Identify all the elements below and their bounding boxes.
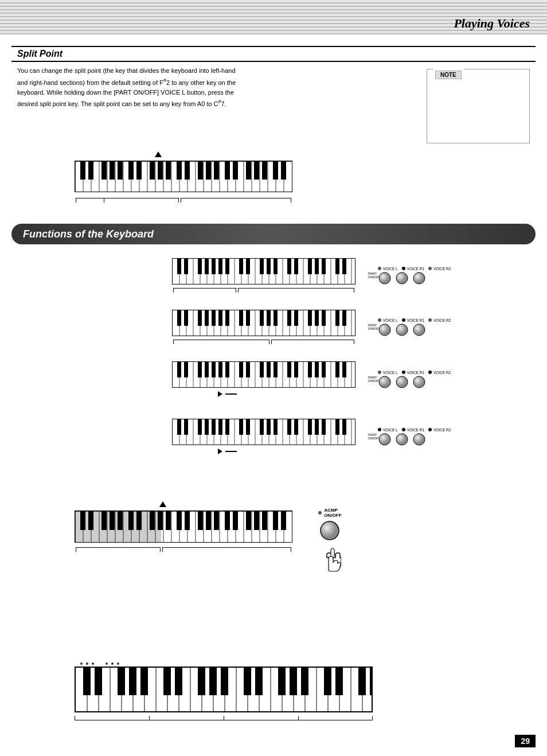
svg-point-199 <box>378 371 381 374</box>
svg-rect-243 <box>274 419 278 435</box>
svg-point-202 <box>379 376 390 388</box>
svg-rect-33 <box>136 161 142 180</box>
svg-rect-241 <box>260 419 264 435</box>
svg-point-147 <box>378 318 381 322</box>
svg-point-253 <box>428 428 432 431</box>
svg-rect-90 <box>308 259 312 274</box>
svg-rect-341 <box>175 668 182 695</box>
svg-rect-145 <box>335 310 339 326</box>
svg-rect-238 <box>225 419 229 435</box>
acmp-keyboard-svg <box>75 511 292 543</box>
svg-rect-132 <box>212 310 216 326</box>
page-title: Playing Voices <box>454 16 530 31</box>
svg-point-201 <box>428 371 432 374</box>
svg-point-308 <box>321 521 339 540</box>
svg-point-99 <box>396 272 408 284</box>
note-box: NOTE <box>427 69 530 143</box>
voice-controls-3: VOICE L VOICE R1 VOICE R2 PARTON/OFF <box>367 370 451 388</box>
keyboard-row-3: VOICE L VOICE R1 VOICE R2 PARTON/OFF <box>172 361 451 397</box>
functions-title: Functions of the Keyboard <box>23 228 154 240</box>
svg-rect-232 <box>177 419 181 435</box>
svg-point-149 <box>428 318 432 322</box>
svg-rect-43 <box>233 161 238 180</box>
svg-rect-180 <box>177 362 181 377</box>
svg-rect-186 <box>225 362 229 377</box>
split-point-keyboard-svg <box>75 161 292 192</box>
svg-rect-306 <box>281 511 286 530</box>
svg-rect-86 <box>267 259 271 274</box>
page-number: 29 <box>515 735 536 747</box>
svg-rect-131 <box>205 310 209 326</box>
svg-rect-285 <box>80 511 85 530</box>
svg-rect-235 <box>205 419 209 435</box>
svg-rect-242 <box>267 419 271 435</box>
svg-rect-292 <box>150 511 155 530</box>
svg-rect-236 <box>212 419 216 435</box>
svg-rect-299 <box>214 511 219 530</box>
svg-rect-183 <box>205 362 209 377</box>
octave-diagram-section <box>75 663 373 724</box>
svg-rect-294 <box>166 511 171 530</box>
svg-rect-29 <box>101 161 107 180</box>
svg-rect-36 <box>166 161 171 180</box>
svg-rect-195 <box>315 362 319 377</box>
svg-rect-239 <box>239 419 243 435</box>
svg-rect-38 <box>185 161 190 180</box>
svg-rect-128 <box>177 310 181 326</box>
svg-rect-347 <box>278 668 286 695</box>
svg-point-98 <box>379 272 390 284</box>
svg-rect-340 <box>163 668 171 695</box>
svg-rect-137 <box>260 310 264 326</box>
svg-point-150 <box>379 324 390 336</box>
svg-rect-35 <box>158 161 163 180</box>
svg-rect-134 <box>225 310 229 326</box>
split-point-description: You can change the split point (the key … <box>17 66 350 110</box>
keyboard-row4-svg <box>172 419 355 445</box>
svg-rect-293 <box>158 511 163 530</box>
svg-rect-144 <box>322 310 326 326</box>
svg-rect-45 <box>254 161 259 180</box>
svg-point-100 <box>413 272 425 284</box>
svg-rect-233 <box>184 419 188 435</box>
svg-rect-188 <box>246 362 250 377</box>
svg-rect-345 <box>244 668 251 695</box>
svg-rect-83 <box>239 259 243 274</box>
svg-rect-77 <box>184 259 188 274</box>
svg-rect-139 <box>274 310 278 326</box>
svg-rect-191 <box>274 362 278 377</box>
svg-point-200 <box>402 371 405 374</box>
svg-rect-197 <box>335 362 339 377</box>
svg-rect-249 <box>335 419 339 435</box>
svg-rect-41 <box>214 161 219 180</box>
svg-rect-46 <box>262 161 267 180</box>
acmp-button-svg[interactable] <box>315 520 344 549</box>
svg-point-97 <box>428 267 432 270</box>
functions-section-header: Functions of the Keyboard <box>11 224 536 244</box>
svg-rect-129 <box>184 310 188 326</box>
note-label: NOTE <box>433 69 464 79</box>
svg-rect-138 <box>267 310 271 326</box>
svg-rect-350 <box>324 668 331 695</box>
svg-rect-87 <box>274 259 278 274</box>
svg-rect-344 <box>221 668 228 695</box>
svg-rect-85 <box>260 259 264 274</box>
svg-rect-187 <box>239 362 243 377</box>
svg-rect-42 <box>225 161 230 180</box>
svg-rect-190 <box>267 362 271 377</box>
svg-rect-343 <box>209 668 217 695</box>
svg-rect-48 <box>281 161 286 180</box>
svg-point-151 <box>396 324 408 336</box>
svg-rect-337 <box>118 668 125 695</box>
svg-rect-246 <box>308 419 312 435</box>
svg-rect-32 <box>128 161 134 180</box>
svg-point-204 <box>413 376 425 388</box>
svg-rect-234 <box>198 419 202 435</box>
svg-rect-288 <box>110 511 115 530</box>
svg-point-251 <box>378 428 381 431</box>
svg-rect-248 <box>322 419 326 435</box>
svg-rect-250 <box>342 419 346 435</box>
split-point-arrow <box>155 151 162 157</box>
keyboard-row3-svg <box>172 361 355 388</box>
svg-rect-189 <box>260 362 264 377</box>
svg-rect-300 <box>225 511 230 530</box>
